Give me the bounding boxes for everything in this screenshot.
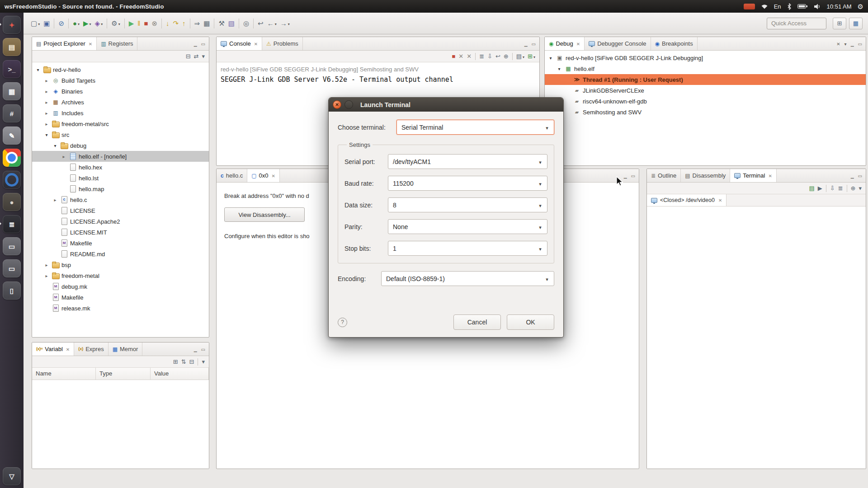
expand-arrow-icon[interactable] [43,89,50,94]
session-menu-icon[interactable]: ⚙ [858,3,863,10]
tree-item[interactable]: hello.map [32,183,209,194]
open-perspective-button[interactable] [833,18,846,29]
tab-registers[interactable]: Registers [97,37,137,50]
expand-arrow-icon[interactable] [43,78,50,83]
tree-item[interactable]: README.md [32,249,209,259]
skip-all-breakpoints-button[interactable]: ⊘ [57,18,66,29]
keyboard-layout-indicator[interactable]: En [774,3,781,10]
last-edit-location-button[interactable]: ↩ [256,18,265,29]
bluetooth-icon[interactable] [787,3,792,10]
show-type-names-button[interactable]: ⊞ [172,357,179,367]
terminal-body[interactable] [647,206,866,469]
gimp-icon[interactable]: ● [3,193,21,211]
new-button[interactable]: ▢ [29,18,42,29]
column-header[interactable]: Value [151,368,209,380]
resume-button[interactable]: ▶ [127,18,136,29]
collapse-all-button[interactable]: ⊟ [188,357,196,367]
expand-arrow-icon[interactable] [52,197,58,202]
battery-icon[interactable] [797,4,808,9]
text-editor-icon[interactable]: ✎ [3,127,21,145]
tab-console[interactable]: Console [217,37,262,50]
close-icon[interactable] [88,40,92,47]
close-icon[interactable] [253,40,258,47]
remove-all-icon[interactable] [836,41,840,47]
minimize-icon[interactable] [851,41,854,47]
tab-disassembly[interactable]: Disassembly [681,169,730,182]
chevron-down-icon[interactable] [533,158,547,165]
chevron-down-icon[interactable] [540,275,554,282]
terminal-type-dropdown[interactable]: Serial Terminal [396,120,554,135]
tab-terminal[interactable]: Terminal [730,169,777,182]
view-menu-button[interactable]: ▾ [200,52,206,61]
debug-button[interactable]: ● [71,18,81,29]
maximize-icon[interactable] [532,41,536,47]
step-over-button[interactable]: ↷ [171,18,181,29]
close-icon[interactable] [576,40,580,47]
tree-item[interactable]: bsp [32,259,209,270]
build-button[interactable]: ⚒ [217,18,226,29]
expand-arrow-icon[interactable] [43,111,50,116]
tree-item[interactable]: riscv64-unknown-elf-gdb [545,96,866,107]
word-wrap-button[interactable]: ↩ [494,52,502,61]
tree-item[interactable]: red-v-hello [SiFive GDB SEGGER J-Link De… [545,52,866,63]
instruction-stepping-button[interactable]: ⇒ [193,18,202,29]
segger-tools-icon[interactable]: ≣ [3,215,21,233]
external-tools-button[interactable]: ⚙ [109,18,122,29]
field-dropdown[interactable]: 115200 [388,176,547,191]
minimize-icon[interactable] [851,173,854,178]
volume-icon[interactable] [814,4,821,9]
chevron-down-icon[interactable] [540,124,554,131]
expand-arrow-icon[interactable] [43,122,50,127]
expand-arrow-icon[interactable] [43,100,50,105]
chevron-down-icon[interactable] [533,245,547,252]
files-icon[interactable]: ▤ [3,38,21,56]
video-player-icon[interactable] [3,171,21,189]
recording-indicator-icon[interactable] [744,4,755,9]
chevron-down-icon[interactable] [533,223,547,230]
help-icon[interactable]: ? [338,318,347,327]
tree-item[interactable]: Makefile [32,238,209,249]
terminal-session-tab[interactable]: <Closed> /dev/video0 [647,194,726,206]
chrome-icon[interactable] [3,149,21,167]
step-return-button[interactable]: ↑ [180,18,188,29]
clear-console-button[interactable]: ≣ [478,52,486,61]
tab-breakpoints[interactable]: Breakpoints [651,37,698,50]
tab-debug[interactable]: Debug [545,37,585,50]
tree-item[interactable]: LICENSE.Apache2 [32,216,209,227]
archive-manager-icon[interactable]: ▦ [3,82,21,100]
calculator-icon[interactable]: # [3,104,21,122]
close-icon[interactable] [65,346,70,352]
tree-item[interactable]: LICENSE.MIT [32,227,209,238]
clock[interactable]: 10:51 AM [827,3,852,10]
run-button[interactable]: ▶ [81,18,93,29]
encoding-dropdown[interactable]: Default (ISO-8859-1) [381,271,554,286]
maximize-icon[interactable] [858,41,862,47]
tree-item[interactable]: Build Targets [32,75,209,86]
dialog-titlebar[interactable]: Launch Terminal [329,98,563,112]
tree-item[interactable]: debug.mk [32,281,209,292]
field-dropdown[interactable]: 1 [388,241,547,256]
terminal-icon[interactable]: >_ [3,60,21,78]
tab-hello-c[interactable]: hello.c [217,169,247,182]
tab-memory[interactable]: Memor [108,343,143,356]
back-button[interactable]: ← [265,18,278,29]
tree-item[interactable]: src [32,129,209,140]
suspend-button[interactable]: ‖ [136,18,142,29]
field-dropdown[interactable]: /dev/ttyACM1 [388,154,547,169]
view-menu-button[interactable]: ▾ [857,183,863,193]
freedom-studio-launcher-icon[interactable]: ✦ [3,16,21,34]
tree-item[interactable]: freedom-metal/src [32,118,209,129]
expand-arrow-icon[interactable] [61,154,67,159]
view-menu-icon[interactable] [844,41,847,47]
profile-button[interactable]: ◈ [93,18,105,29]
cancel-button[interactable]: Cancel [453,314,501,330]
maximize-icon[interactable] [858,173,862,178]
network-icon[interactable] [761,3,768,9]
tree-item[interactable]: Semihosting and SWV [545,107,866,117]
tree-item[interactable]: hello.lst [32,173,209,183]
tree-item[interactable]: freedom-metal [32,270,209,281]
tab-0x0[interactable]: 0x0 [247,169,280,182]
pin-terminal-button[interactable]: ⊕ [849,183,857,193]
chevron-down-icon[interactable] [533,180,547,187]
forward-button[interactable]: → [278,18,292,29]
